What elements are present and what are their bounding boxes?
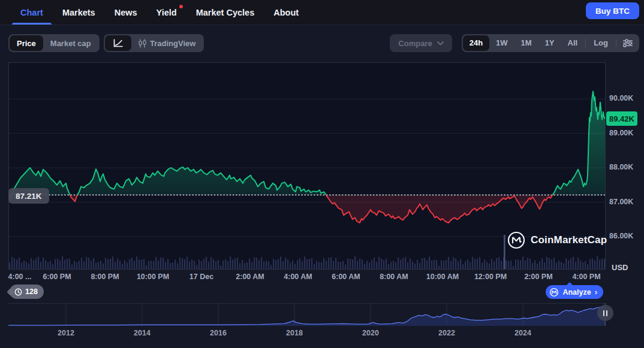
range-button-1y[interactable]: 1Y: [538, 35, 561, 51]
coinmarketcap-watermark: CoinMarketCap: [507, 231, 607, 249]
x-tick: 8:00 PM: [91, 273, 119, 281]
line-chart-icon: [113, 39, 123, 47]
year-tick: 2024: [514, 329, 531, 337]
compare-button[interactable]: Compare: [390, 34, 452, 52]
year-tick: 2016: [210, 329, 227, 337]
history-clock-icon: [14, 288, 22, 296]
chart-toolbar-right: Compare 24h1W1M1YAllLog: [390, 34, 639, 52]
nav-tab-chart[interactable]: Chart: [11, 0, 53, 25]
year-tick: 2012: [58, 329, 74, 337]
x-tick: 12:00 PM: [474, 273, 507, 281]
nav-tab-label: Chart: [20, 8, 43, 17]
mini-area: [8, 307, 606, 326]
range-button-1m[interactable]: 1M: [514, 35, 538, 51]
price-area-above-baseline: [8, 91, 606, 223]
metric-toggle-marketcap[interactable]: Market cap: [43, 35, 98, 51]
x-tick: 17 Dec: [189, 273, 213, 281]
price-x-axis: 4:00 ...6:00 PM8:00 PM10:00 PM17 Dec2:00…: [0, 273, 644, 283]
price-area-below-baseline: [8, 91, 606, 223]
year-tick: 2020: [362, 329, 379, 337]
history-count-badge[interactable]: 128: [10, 285, 44, 299]
nav-tab-label: Markets: [62, 8, 95, 17]
y-tick: 88.00K: [609, 163, 633, 171]
divider: [616, 39, 616, 47]
log-scale-button[interactable]: Log: [587, 35, 615, 51]
y-tick: 86.00K: [609, 232, 633, 240]
notification-dot: [179, 5, 183, 8]
tradingview-toggle-button[interactable]: TradingView: [131, 35, 203, 51]
nav-tab-markets[interactable]: Markets: [53, 0, 105, 25]
tradingview-label: TradingView: [150, 39, 195, 48]
watermark-text: CoinMarketCap: [531, 234, 607, 246]
nav-tab-news[interactable]: News: [105, 0, 147, 25]
year-tick: 2022: [438, 329, 455, 337]
range-button-1w[interactable]: 1W: [489, 35, 514, 51]
y-tick: 90.00K: [609, 94, 633, 102]
x-tick: 4:00 AM: [284, 273, 312, 281]
chevron-right-icon: ›: [595, 288, 597, 296]
x-tick: 10:00 PM: [137, 273, 169, 281]
metric-toggle-price[interactable]: Price: [10, 35, 43, 51]
range-slider-handle[interactable]: [597, 305, 613, 321]
baseline-price-badge: 87.21K: [8, 188, 49, 204]
compare-label: Compare: [398, 39, 432, 48]
coinmarketcap-logo-icon: [507, 231, 525, 249]
sliders-icon: [623, 39, 633, 47]
x-tick: 8:00 AM: [380, 273, 408, 281]
top-navigation-bar: ChartMarketsNewsYieldMarket CyclesAbout …: [0, 0, 644, 25]
buy-btc-button[interactable]: Buy BTC: [586, 2, 639, 19]
analyze-label: Analyze: [562, 288, 591, 296]
candlestick-icon: [139, 39, 146, 48]
nav-tab-label: Yield: [157, 8, 177, 17]
analyze-button[interactable]: Analyze ›: [546, 285, 603, 299]
range-button-all[interactable]: All: [561, 35, 585, 51]
nav-tab-label: News: [115, 8, 137, 17]
y-tick: 87.00K: [609, 198, 633, 206]
nav-tabs: ChartMarketsNewsYieldMarket CyclesAbout: [11, 0, 308, 25]
current-price-badge: 89.42K: [606, 111, 637, 126]
x-tick: 2:00 PM: [524, 273, 552, 281]
x-tick: 6:00 PM: [43, 273, 71, 281]
nav-tab-market-cycles[interactable]: Market Cycles: [186, 0, 264, 25]
history-count: 128: [25, 288, 38, 296]
x-tick: 10:00 AM: [426, 273, 459, 281]
x-tick: 6:00 AM: [332, 273, 360, 281]
currency-unit-label: USD: [612, 263, 628, 272]
chart-settings-button[interactable]: [618, 35, 638, 51]
price-line-red: [8, 91, 606, 223]
mini-chart-svg: [8, 303, 606, 326]
price-line-green: [8, 91, 606, 223]
chart-style-toggle-group: TradingView: [104, 34, 204, 52]
y-tick: 89.00K: [609, 129, 633, 137]
metric-toggle-group: Price Market cap: [8, 34, 100, 52]
nav-tab-label: Market Cycles: [196, 8, 255, 17]
range-button-24h[interactable]: 24h: [463, 35, 489, 51]
year-tick: 2014: [134, 329, 151, 337]
divider: [585, 39, 586, 47]
x-tick: 4:00 ...: [8, 273, 32, 281]
nav-tab-yield[interactable]: Yield: [147, 0, 186, 25]
chevron-down-icon: [437, 41, 444, 46]
x-tick: 2:00 AM: [236, 273, 264, 281]
overview-mini-chart[interactable]: [8, 303, 606, 326]
line-chart-style-button[interactable]: [105, 35, 131, 51]
nav-tab-label: About: [273, 8, 299, 17]
nav-tab-about[interactable]: About: [264, 0, 308, 25]
analyze-logo-icon: [549, 288, 559, 297]
time-range-group: 24h1W1M1YAllLog: [462, 34, 639, 52]
year-tick: 2018: [286, 329, 303, 337]
page: ChartMarketsNewsYieldMarket CyclesAbout …: [0, 0, 644, 348]
x-tick: 4:00 PM: [572, 273, 600, 281]
